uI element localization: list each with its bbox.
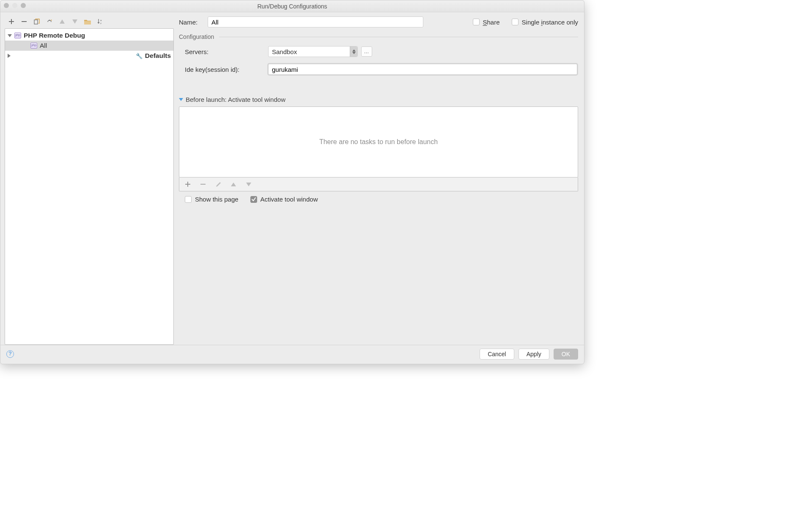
help-button[interactable]: ? xyxy=(6,350,14,358)
sort-alpha-button[interactable]: az xyxy=(97,18,104,25)
ok-button[interactable]: OK xyxy=(554,349,578,360)
svg-text:a: a xyxy=(100,19,102,22)
svg-rect-3 xyxy=(84,21,91,25)
idekey-input[interactable] xyxy=(268,64,577,75)
tree-node-label: Defaults xyxy=(145,52,171,60)
php-debug-icon: php xyxy=(14,33,21,38)
select-spinner-icon xyxy=(350,46,357,57)
window-minimize-icon[interactable] xyxy=(12,3,17,8)
svg-rect-6 xyxy=(200,184,206,185)
before-launch-toolbar xyxy=(179,177,578,191)
name-input[interactable] xyxy=(208,16,423,27)
window-controls xyxy=(4,3,26,8)
servers-label: Servers: xyxy=(185,48,263,55)
add-configuration-button[interactable] xyxy=(8,18,15,25)
servers-browse-button[interactable]: … xyxy=(361,46,372,57)
activate-tool-window-label: Activate tool window xyxy=(261,196,318,203)
tree-node-label: All xyxy=(40,42,47,49)
add-task-button[interactable] xyxy=(184,181,191,188)
task-move-down-button[interactable] xyxy=(245,181,252,188)
run-debug-configurations-dialog: Run/Debug Configurations xyxy=(0,0,584,364)
name-row: Name: Share Single instance only xyxy=(179,16,578,27)
activate-tool-window-checkbox[interactable]: Activate tool window xyxy=(250,196,318,203)
window-close-icon[interactable] xyxy=(4,3,9,8)
window-title: Run/Debug Configurations xyxy=(258,3,327,10)
svg-rect-0 xyxy=(22,21,27,22)
expand-arrow-icon[interactable] xyxy=(8,54,133,58)
save-configuration-button[interactable] xyxy=(46,18,53,25)
copy-configuration-button[interactable] xyxy=(33,18,40,25)
titlebar[interactable]: Run/Debug Configurations xyxy=(0,0,584,12)
svg-rect-1 xyxy=(34,20,38,24)
tree-node-all[interactable]: php All xyxy=(5,41,173,51)
before-launch-title: Before launch: Activate tool window xyxy=(186,96,285,103)
configuration-section-header: Configuration xyxy=(179,33,578,40)
section-title: Configuration xyxy=(179,33,214,40)
section-divider xyxy=(219,37,578,37)
expand-arrow-icon[interactable] xyxy=(8,34,12,37)
move-up-button[interactable] xyxy=(59,18,66,25)
cancel-button[interactable]: Cancel xyxy=(480,349,514,360)
show-this-page-checkbox[interactable]: Show this page xyxy=(185,196,239,203)
collapse-triangle-icon xyxy=(179,98,183,101)
share-label-rest: hare xyxy=(487,19,500,26)
configurations-toolbar: az xyxy=(5,16,174,28)
folder-button[interactable] xyxy=(84,18,91,25)
svg-point-2 xyxy=(49,20,50,21)
before-launch-tasks-list[interactable]: There are no tasks to run before launch xyxy=(179,106,578,177)
configuration-section: Configuration Servers: Sandbox … Ide key… xyxy=(179,33,578,75)
dialog-footer: ? Cancel Apply OK xyxy=(0,345,584,364)
idekey-label: Ide key(session id): xyxy=(185,66,263,73)
single-instance-checkbox[interactable]: Single instance only xyxy=(512,19,578,26)
before-launch-section: Before launch: Activate tool window Ther… xyxy=(179,96,578,203)
share-checkbox[interactable]: Share xyxy=(473,19,500,26)
svg-text:z: z xyxy=(100,22,102,25)
configurations-tree[interactable]: php PHP Remote Debug php All 🔧 Defaults xyxy=(5,28,174,345)
task-move-up-button[interactable] xyxy=(230,181,237,188)
edit-task-button[interactable] xyxy=(215,181,222,188)
configuration-editor: Name: Share Single instance only Configu… xyxy=(179,16,580,345)
window-zoom-icon[interactable] xyxy=(21,3,26,8)
show-this-page-label: Show this page xyxy=(195,196,239,203)
remove-task-button[interactable] xyxy=(200,181,206,188)
configurations-panel: az php PHP Remote Debug php All 🔧 Defaul… xyxy=(5,16,174,345)
before-launch-header[interactable]: Before launch: Activate tool window xyxy=(179,96,578,103)
php-debug-icon: php xyxy=(30,43,37,49)
apply-button[interactable]: Apply xyxy=(518,349,549,360)
tasks-empty-text: There are no tasks to run before launch xyxy=(319,138,438,146)
tree-node-label: PHP Remote Debug xyxy=(24,32,85,39)
servers-value: Sandbox xyxy=(272,48,297,55)
tree-node-defaults[interactable]: 🔧 Defaults xyxy=(5,51,173,61)
name-label: Name: xyxy=(179,19,203,26)
tree-node-php-remote-debug[interactable]: php PHP Remote Debug xyxy=(5,30,173,41)
wrench-icon: 🔧 xyxy=(136,53,143,59)
servers-select[interactable]: Sandbox xyxy=(268,46,358,57)
remove-configuration-button[interactable] xyxy=(21,18,27,25)
move-down-button[interactable] xyxy=(71,18,78,25)
